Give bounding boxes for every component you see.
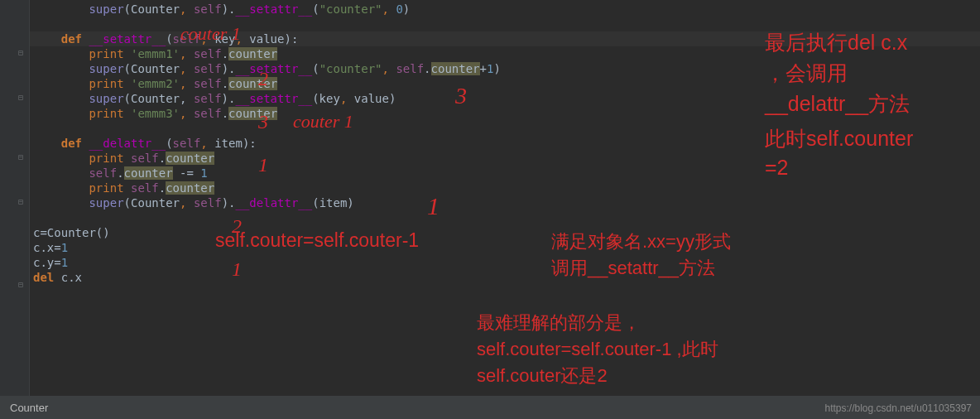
breadcrumb[interactable]: Counter bbox=[10, 402, 48, 414]
code-line[interactable]: print self.counter bbox=[30, 181, 980, 195]
code-line[interactable]: super(Counter, self).__setattr__("counte… bbox=[30, 2, 980, 17]
fold-icon[interactable]: ⊟ bbox=[18, 197, 26, 205]
fold-icon[interactable]: ⊟ bbox=[18, 48, 26, 56]
code-line[interactable]: c=Counter() bbox=[30, 225, 980, 240]
code-line[interactable]: def __delattr__(self, item): bbox=[30, 136, 980, 151]
code-line[interactable]: super(Counter, self).__setattr__(key, va… bbox=[30, 91, 980, 106]
fold-icon[interactable]: ⊟ bbox=[18, 152, 26, 161]
code-line[interactable]: super(Counter, self).__delattr__(item) bbox=[30, 195, 980, 210]
code-line[interactable]: c.x=1 bbox=[30, 240, 980, 255]
code-line[interactable]: super(Counter, self).__setattr__("counte… bbox=[30, 61, 980, 76]
code-line[interactable]: self.counter -= 1 bbox=[30, 166, 980, 181]
code-line[interactable]: print 'emmm2', self.counter bbox=[30, 76, 980, 91]
code-line[interactable]: print self.counter bbox=[30, 151, 980, 166]
code-line[interactable]: def __setattr__(self, key, value): bbox=[30, 31, 980, 46]
code-line[interactable]: del c.x bbox=[30, 270, 980, 285]
code-line[interactable] bbox=[30, 121, 980, 136]
code-editor[interactable]: super(Counter, self).__setattr__("counte… bbox=[30, 0, 980, 396]
code-line[interactable] bbox=[30, 17, 980, 31]
watermark: https://blog.csdn.net/u011035397 bbox=[825, 402, 972, 414]
code-line[interactable] bbox=[30, 210, 980, 225]
fold-icon[interactable]: ⊟ bbox=[18, 280, 26, 288]
fold-icon[interactable]: ⊟ bbox=[18, 93, 26, 101]
editor-gutter: ⊟⊟⊟⊟⊟ bbox=[0, 0, 30, 396]
code-line[interactable]: print 'emmm1', self.counter bbox=[30, 46, 980, 61]
code-line[interactable]: c.y=1 bbox=[30, 255, 980, 270]
code-line[interactable]: print 'emmm3', self.counter bbox=[30, 106, 980, 121]
